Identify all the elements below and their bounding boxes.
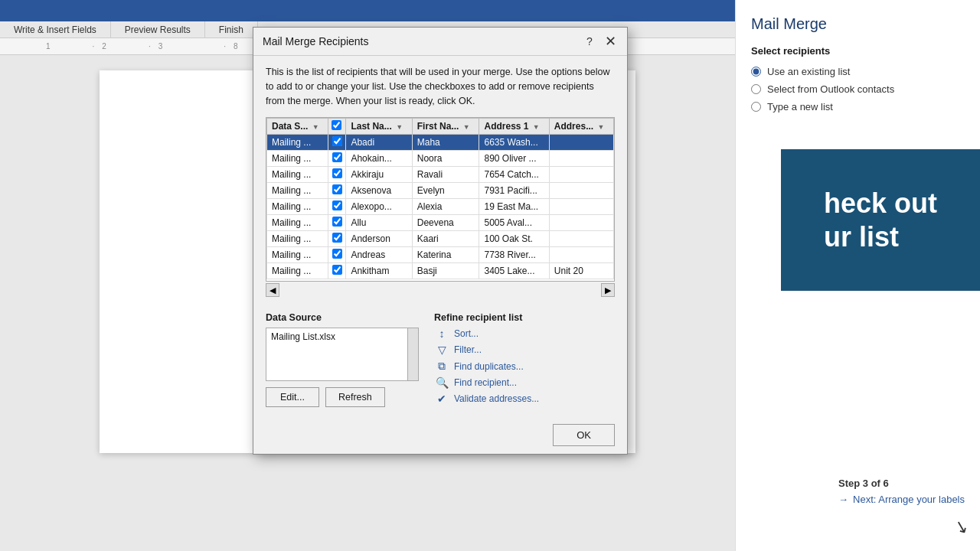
dialog-controls: ? ✕ <box>582 34 618 49</box>
cell-address2-8: Unit 20 <box>549 263 613 279</box>
table-row[interactable]: Mailing ... Abadi Maha 6635 Wash... <box>267 135 614 151</box>
cell-firstname-1: Noora <box>412 151 479 167</box>
edit-button[interactable]: Edit... <box>266 387 319 407</box>
row-checkbox-7[interactable] <box>332 249 342 259</box>
row-checkbox-2[interactable] <box>332 168 342 178</box>
table-scroll-right[interactable]: ▶ <box>601 283 615 297</box>
col-address2[interactable]: Addres... ▼ <box>549 119 613 135</box>
cell-address1-2: 7654 Catch... <box>479 167 549 183</box>
col-firstname[interactable]: First Na... ▼ <box>412 119 479 135</box>
cell-source-8: Mailing ... <box>267 263 328 279</box>
refine-label: Refine recipient list <box>434 312 615 323</box>
select-all-checkbox[interactable] <box>332 120 341 130</box>
radio-option-new[interactable]: Type a new list <box>751 101 965 112</box>
dialog-help-button[interactable]: ? <box>582 34 597 49</box>
cell-lastname-6: Anderson <box>346 231 412 247</box>
dialog-close-button[interactable]: ✕ <box>603 34 618 48</box>
validate-icon: ✔ <box>434 393 449 405</box>
table-row[interactable]: Mailing ... Akkiraju Ravali 7654 Catch..… <box>267 167 614 183</box>
row-checkbox-4[interactable] <box>332 201 342 210</box>
col-datasource[interactable]: Data S... ▼ <box>267 119 328 135</box>
table-scroll-left[interactable]: ◀ <box>266 283 279 297</box>
recipients-table-container[interactable]: Data S... ▼ Last Na... ▼ Firs <box>266 117 615 282</box>
row-checkbox-6[interactable] <box>332 233 342 243</box>
dialog-body: This is the list of recipients that will… <box>253 56 627 306</box>
ok-button[interactable]: OK <box>553 424 615 446</box>
edit-refresh-row: Edit... Refresh <box>266 387 419 407</box>
ribbon-tab-preview[interactable]: Preview Results <box>111 21 205 37</box>
find-recipient-link[interactable]: 🔍 Find recipient... <box>434 377 615 389</box>
cell-firstname-2: Ravali <box>412 167 479 183</box>
cell-checkbox-2[interactable] <box>328 167 346 183</box>
cell-source-2: Mailing ... <box>267 167 328 183</box>
col-checkbox[interactable] <box>328 119 346 135</box>
radio-option-existing[interactable]: Use an existing list <box>751 66 965 77</box>
cell-firstname-6: Kaari <box>412 231 479 247</box>
table-row[interactable]: Mailing ... Ankitham Basji 3405 Lake... … <box>267 263 614 279</box>
cell-checkbox-5[interactable] <box>328 215 346 231</box>
table-row[interactable]: Mailing ... Alexopo... Alexia 19 East Ma… <box>267 199 614 215</box>
cell-address2-3 <box>549 183 613 199</box>
cell-checkbox-4[interactable] <box>328 199 346 215</box>
col-lastname[interactable]: Last Na... ▼ <box>346 119 412 135</box>
find-duplicates-link[interactable]: ⧉ Find duplicates... <box>434 360 615 373</box>
datasource-listbox[interactable]: Mailing List.xlsx <box>266 328 419 381</box>
step-label: Step 3 of 6 <box>838 478 965 489</box>
table-row[interactable]: Mailing ... Anderson Kaari 100 Oak St. <box>267 231 614 247</box>
cell-address1-5: 5005 Aval... <box>479 215 549 231</box>
cell-firstname-4: Alexia <box>412 199 479 215</box>
cell-lastname-0: Abadi <box>346 135 412 151</box>
row-checkbox-3[interactable] <box>332 184 342 194</box>
step-info: Step 3 of 6 → Next: Arrange your labels <box>838 478 965 505</box>
recipients-table: Data S... ▼ Last Na... ▼ Firs <box>266 118 614 279</box>
cell-lastname-7: Andreas <box>346 247 412 263</box>
table-row[interactable]: Mailing ... Ahokain... Noora 890 Oliver … <box>267 151 614 167</box>
mail-merge-recipients-dialog[interactable]: Mail Merge Recipients ? ✕ This is the li… <box>253 27 628 455</box>
row-checkbox-5[interactable] <box>332 217 342 227</box>
col-address1[interactable]: Address 1 ▼ <box>479 119 549 135</box>
data-source-label: Data Source <box>266 312 419 323</box>
datasource-item[interactable]: Mailing List.xlsx <box>268 330 416 344</box>
data-source-section: Data Source Mailing List.xlsx Edit... Re… <box>266 312 419 409</box>
find-dup-icon: ⧉ <box>434 360 449 373</box>
mail-merge-title: Mail Merge <box>751 15 965 33</box>
refresh-button[interactable]: Refresh <box>325 387 385 407</box>
cell-firstname-8: Basji <box>412 263 479 279</box>
cell-address2-7 <box>549 247 613 263</box>
radio-existing[interactable] <box>751 67 761 77</box>
cell-lastname-8: Ankitham <box>346 263 412 279</box>
sort-link[interactable]: ↕ Sort... <box>434 328 615 340</box>
cell-checkbox-8[interactable] <box>328 263 346 279</box>
radio-option-outlook[interactable]: Select from Outlook contacts <box>751 83 965 95</box>
ok-btn-row: OK <box>253 418 627 454</box>
cell-checkbox-3[interactable] <box>328 183 346 199</box>
radio-new[interactable] <box>751 102 761 112</box>
table-row[interactable]: Mailing ... Aksenova Evelyn 7931 Pacifi.… <box>267 183 614 199</box>
ribbon-tab-write-insert[interactable]: Write & Insert Fields <box>0 21 111 37</box>
ribbon-tab-finish[interactable]: Finish <box>205 21 258 37</box>
table-row[interactable]: Mailing ... Andreas Katerina 7738 River.… <box>267 247 614 263</box>
cell-address2-2 <box>549 167 613 183</box>
recipients-table-body: Mailing ... Abadi Maha 6635 Wash... Mail… <box>267 135 614 279</box>
cell-address1-0: 6635 Wash... <box>479 135 549 151</box>
cell-firstname-0: Maha <box>412 135 479 151</box>
cell-checkbox-1[interactable] <box>328 151 346 167</box>
cell-checkbox-0[interactable] <box>328 135 346 151</box>
row-checkbox-0[interactable] <box>332 136 342 146</box>
datasource-scrollbar[interactable] <box>407 328 418 380</box>
radio-outlook[interactable] <box>751 84 761 94</box>
validate-addresses-link[interactable]: ✔ Validate addresses... <box>434 393 615 405</box>
filter-icon: ▽ <box>434 344 449 356</box>
row-checkbox-1[interactable] <box>332 152 342 162</box>
cell-source-4: Mailing ... <box>267 199 328 215</box>
refine-section: Refine recipient list ↕ Sort... ▽ Filter… <box>434 312 615 409</box>
cell-checkbox-7[interactable] <box>328 247 346 263</box>
filter-link[interactable]: ▽ Filter... <box>434 344 615 356</box>
row-checkbox-8[interactable] <box>332 265 342 275</box>
address2-sort-icon: ▼ <box>598 123 605 131</box>
next-step-link[interactable]: → Next: Arrange your labels <box>838 494 965 505</box>
cell-address1-6: 100 Oak St. <box>479 231 549 247</box>
cell-checkbox-6[interactable] <box>328 231 346 247</box>
cell-firstname-5: Deevena <box>412 215 479 231</box>
table-row[interactable]: Mailing ... Allu Deevena 5005 Aval... <box>267 215 614 231</box>
